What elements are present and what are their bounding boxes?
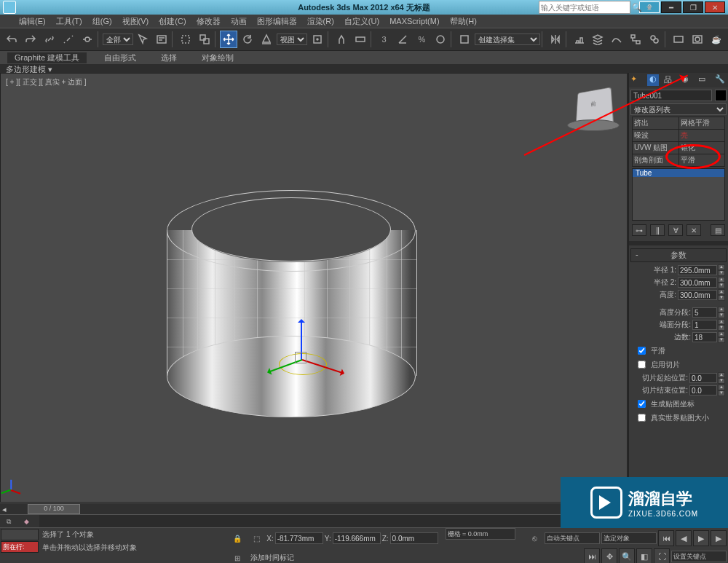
mirror-icon[interactable] bbox=[547, 31, 564, 48]
tab-selection[interactable]: 选择 bbox=[154, 52, 184, 63]
bind-icon[interactable] bbox=[79, 31, 96, 48]
mod-extrude[interactable]: 挤出 bbox=[633, 117, 679, 130]
layers-icon[interactable] bbox=[589, 31, 606, 48]
realworld-checkbox[interactable] bbox=[638, 414, 646, 422]
smooth-checkbox[interactable] bbox=[638, 347, 646, 355]
window-crossing-icon[interactable] bbox=[196, 31, 213, 48]
make-unique-icon[interactable]: ∀ bbox=[668, 224, 683, 236]
menu-group[interactable]: 组(G) bbox=[88, 16, 116, 27]
spin-down[interactable]: ▼ bbox=[718, 390, 725, 396]
spin-up[interactable]: ▲ bbox=[718, 277, 725, 283]
spin-up[interactable]: ▲ bbox=[718, 289, 725, 295]
selection-filter[interactable]: 全部 bbox=[103, 34, 133, 45]
spin-down[interactable]: ▼ bbox=[718, 325, 725, 331]
menu-grapheditors[interactable]: 图形编辑器 bbox=[253, 16, 301, 27]
radius2-field[interactable] bbox=[678, 277, 717, 288]
time-slider[interactable]: ◂ 0 / 100 bbox=[0, 503, 626, 515]
spin-up[interactable]: ▲ bbox=[718, 264, 725, 270]
star-icon[interactable]: ★ bbox=[643, 0, 655, 16]
material-editor-icon[interactable] bbox=[646, 31, 663, 48]
remove-mod-icon[interactable]: ✕ bbox=[687, 224, 701, 236]
next-frame-icon[interactable]: ▶ bbox=[711, 530, 727, 546]
maxscript-mini-1[interactable] bbox=[1, 529, 39, 540]
goto-end-icon[interactable]: ⏭ bbox=[584, 548, 600, 563]
object-color-swatch[interactable] bbox=[715, 90, 727, 101]
menu-view[interactable]: 视图(V) bbox=[118, 16, 154, 27]
menu-tools[interactable]: 工具(T) bbox=[52, 16, 87, 27]
keymode-icon[interactable] bbox=[352, 31, 369, 48]
mod-bevel-profile[interactable]: 剖角剖面 bbox=[633, 154, 679, 167]
search-icon[interactable]: 🔍 bbox=[630, 0, 643, 16]
show-end-icon[interactable]: ǁ bbox=[650, 224, 665, 236]
mod-taper[interactable]: 锥化 bbox=[678, 142, 725, 154]
time-thumb[interactable]: 0 / 100 bbox=[28, 504, 80, 514]
mod-shell[interactable]: 売 bbox=[678, 130, 725, 142]
key-toggle-icon[interactable]: ⎋ bbox=[526, 529, 543, 547]
tab-utilities-icon[interactable]: 🔧 bbox=[715, 74, 727, 86]
tab-freeform[interactable]: 自由形式 bbox=[97, 52, 143, 63]
menu-modifiers[interactable]: 修改器 bbox=[192, 16, 225, 27]
menu-render[interactable]: 渲染(R) bbox=[303, 16, 339, 27]
spin-up[interactable]: ▲ bbox=[718, 385, 725, 390]
modifier-stack[interactable]: Tube bbox=[632, 168, 725, 221]
spin-up[interactable]: ▲ bbox=[718, 307, 725, 312]
lock-icon[interactable]: 🔒 bbox=[229, 529, 246, 547]
rotate-icon[interactable] bbox=[239, 31, 256, 48]
select-icon[interactable] bbox=[135, 31, 152, 48]
scale-icon[interactable] bbox=[258, 31, 275, 48]
spin-up[interactable]: ▲ bbox=[718, 319, 725, 325]
spin-up[interactable]: ▲ bbox=[718, 372, 725, 378]
coord-x-field[interactable] bbox=[275, 532, 323, 544]
add-time-tag[interactable]: 添加时间标记 bbox=[250, 553, 294, 563]
zoom-icon[interactable]: 🔍 bbox=[619, 548, 635, 563]
menu-customize[interactable]: 自定义(U) bbox=[340, 16, 384, 27]
refcoord-dropdown[interactable]: 视图 bbox=[277, 34, 307, 45]
isolate-icon[interactable]: ⊞ bbox=[229, 549, 246, 563]
mod-meshsmooth[interactable]: 网格平滑 bbox=[678, 117, 725, 130]
link-icon[interactable] bbox=[41, 31, 58, 48]
slice-from-field[interactable] bbox=[689, 373, 717, 383]
coord-z-field[interactable] bbox=[390, 532, 438, 544]
viewport[interactable]: 前 bbox=[0, 73, 628, 503]
fov-icon[interactable]: ◧ bbox=[636, 548, 652, 563]
maximize-button[interactable]: ❐ bbox=[683, 1, 703, 13]
menu-help[interactable]: 帮助(H) bbox=[446, 16, 481, 27]
rect-select-icon[interactable] bbox=[177, 31, 194, 48]
autokey-button[interactable]: 自动关键点 bbox=[545, 532, 600, 544]
tab-create-icon[interactable]: ✦ bbox=[630, 74, 642, 86]
render-frame-icon[interactable] bbox=[689, 31, 706, 48]
spin-down[interactable]: ▼ bbox=[718, 378, 725, 384]
slice-on-checkbox[interactable] bbox=[638, 361, 646, 369]
render-icon[interactable]: ☕ bbox=[708, 31, 725, 48]
tab-modify-icon[interactable]: ◐ bbox=[647, 74, 659, 86]
unlink-icon[interactable] bbox=[60, 31, 77, 48]
menu-animation[interactable]: 动画 bbox=[226, 16, 251, 27]
tab-graphite[interactable]: Graphite 建模工具 bbox=[7, 52, 87, 63]
close-button[interactable]: ✕ bbox=[705, 1, 725, 13]
tab-display-icon[interactable]: ▭ bbox=[698, 74, 710, 86]
zoom-extents-icon[interactable]: ⛶ bbox=[654, 548, 670, 563]
pivot-icon[interactable] bbox=[309, 31, 326, 48]
spin-down[interactable]: ▼ bbox=[718, 312, 725, 318]
spin-down[interactable]: ▼ bbox=[718, 337, 725, 343]
mod-uvwmap[interactable]: UVW 贴图 bbox=[633, 142, 679, 154]
spin-down[interactable]: ▼ bbox=[718, 270, 725, 276]
keyfilter-selset[interactable]: 选定对象 bbox=[601, 532, 657, 544]
mod-noise[interactable]: 噪波 bbox=[633, 130, 679, 142]
prev-frame-icon[interactable]: ◀ bbox=[676, 530, 692, 546]
viewport-label[interactable]: [ + ][ 正交 ][ 真实 + 边面 ] bbox=[6, 77, 87, 87]
spinner-snap-icon[interactable] bbox=[432, 31, 449, 48]
spin-down[interactable]: ▼ bbox=[718, 295, 725, 301]
curve-editor-icon[interactable] bbox=[608, 31, 625, 48]
percent-snap-icon[interactable]: % bbox=[413, 31, 430, 48]
menu-maxscript[interactable]: MAXScript(M) bbox=[385, 17, 443, 25]
menu-create[interactable]: 创建(C) bbox=[154, 16, 190, 27]
gen-mapcoords-checkbox[interactable] bbox=[638, 400, 646, 408]
render-setup-icon[interactable] bbox=[670, 31, 687, 48]
pan-icon[interactable]: ✥ bbox=[601, 548, 617, 563]
goto-start-icon[interactable]: ⏮ bbox=[658, 530, 674, 546]
minimize-button[interactable]: ━ bbox=[661, 1, 681, 13]
height-segs-field[interactable] bbox=[692, 307, 717, 318]
radius1-field[interactable] bbox=[678, 265, 717, 275]
search-input[interactable] bbox=[539, 1, 630, 14]
